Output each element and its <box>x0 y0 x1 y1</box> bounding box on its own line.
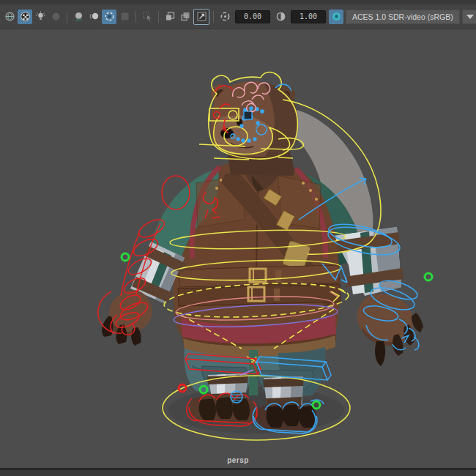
toolbar-separator <box>158 11 159 23</box>
occlusion-sphere-icon <box>73 11 84 22</box>
overlap-squares-icon <box>165 11 176 22</box>
exposure-icon <box>220 11 231 22</box>
exposure-field[interactable] <box>235 10 270 23</box>
depth-of-field-button[interactable] <box>117 10 132 24</box>
scene-svg[interactable] <box>0 0 476 476</box>
textured-sphere-icon <box>20 11 31 22</box>
toolbar-separator <box>67 11 67 23</box>
head <box>211 81 298 176</box>
toolbar-separator <box>135 11 136 23</box>
anti-aliasing-circle-icon <box>104 11 115 22</box>
chevron-down-icon <box>466 15 474 19</box>
shaded-sphere-icon <box>4 11 15 22</box>
lighting-button[interactable] <box>33 10 48 24</box>
panel-bottom-edge <box>0 468 476 476</box>
isolate-select-view-button[interactable] <box>178 10 193 24</box>
maya-viewport-window: { "toolbar": { "background": "#434343", … <box>0 0 476 476</box>
shadows-button[interactable] <box>48 10 63 24</box>
light-bulb-icon <box>35 11 46 22</box>
image-plane-icon <box>196 11 207 22</box>
image-plane-button[interactable] <box>193 9 209 25</box>
shaded-display-button[interactable] <box>2 10 17 24</box>
color-management-icon <box>331 11 342 22</box>
view-transform-dropdown[interactable]: ACES 1.0 SDR-video (sRGB) <box>346 10 460 24</box>
right-paw <box>357 294 423 366</box>
motion-blur-sphere-icon <box>89 11 100 22</box>
toolbar-separator <box>213 11 214 23</box>
gamma-icon <box>275 11 286 22</box>
viewport-toolbar: ACES 1.0 SDR-video (sRGB) <box>0 4 476 29</box>
depth-of-field-icon <box>119 11 130 22</box>
motion-blur-button[interactable] <box>86 10 101 24</box>
gamma-field[interactable] <box>291 10 326 23</box>
select-tool-button[interactable] <box>140 10 155 24</box>
exposure-button[interactable] <box>217 10 232 24</box>
anti-aliasing-button[interactable] <box>102 10 116 24</box>
occlusion-button[interactable] <box>71 10 86 24</box>
viewport[interactable]: persp <box>0 0 476 476</box>
overlap-squares-alt-icon <box>180 11 191 22</box>
color-management-button[interactable] <box>329 10 343 24</box>
textured-display-button[interactable] <box>18 10 32 24</box>
cursor-icon <box>142 11 153 22</box>
isolate-select-button[interactable] <box>163 10 177 24</box>
shadows-sphere-icon <box>51 11 62 22</box>
gamma-button[interactable] <box>273 10 288 24</box>
bear-character[interactable] <box>102 81 423 431</box>
camera-label: persp <box>0 456 476 464</box>
left-paw <box>102 290 152 346</box>
view-transform-dropdown-arrow[interactable] <box>462 10 476 24</box>
